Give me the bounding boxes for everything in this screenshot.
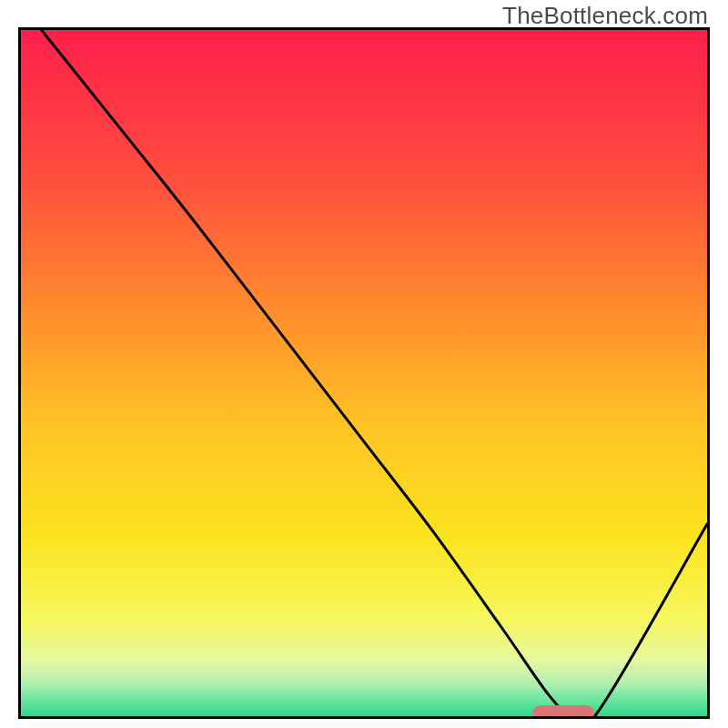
watermark-text: TheBottleneck.com	[502, 2, 708, 30]
optimal-range-marker	[532, 705, 594, 719]
chart-svg	[21, 30, 707, 716]
chart-frame	[18, 27, 710, 719]
